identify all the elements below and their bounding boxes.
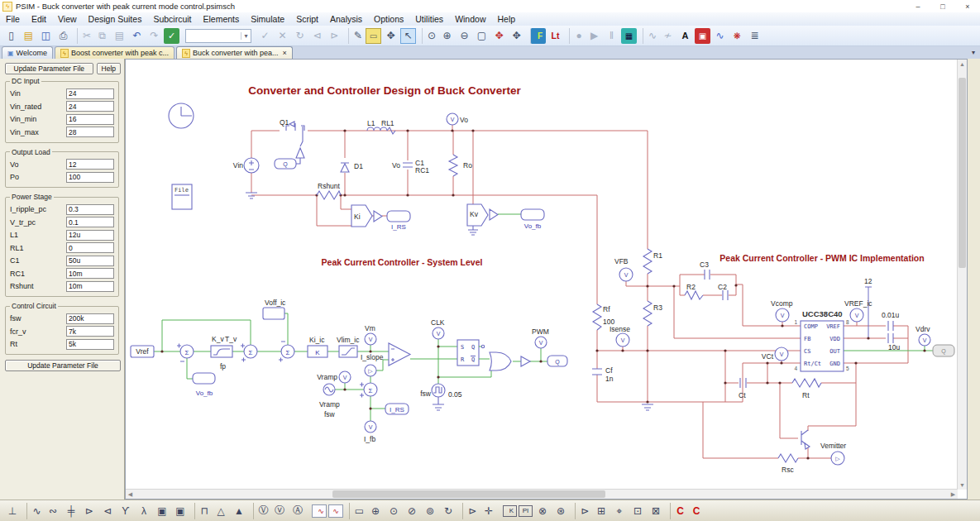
diode-icon[interactable]: ⊳ xyxy=(81,503,98,519)
discharge-bjt[interactable] xyxy=(801,430,810,449)
vfb-probe[interactable]: V VFB xyxy=(614,257,633,281)
power-stage-wires[interactable] xyxy=(251,125,648,304)
zoom-in-icon[interactable]: ⊕ xyxy=(439,28,455,44)
vref-label-box[interactable]: Vref xyxy=(131,346,154,357)
param-vin-min-input[interactable] xyxy=(66,114,114,125)
param-vin-max-input[interactable] xyxy=(66,127,114,137)
param-c1-input[interactable] xyxy=(66,256,114,266)
canvas-vertical-scrollbar[interactable]: ▲ ▼ xyxy=(957,60,967,490)
current-probe-icon[interactable]: Ⓐ xyxy=(289,503,306,519)
zener-icon[interactable]: ⊲ xyxy=(99,503,116,519)
pwm-probe[interactable]: V PWM xyxy=(532,327,549,348)
ltspice-icon[interactable]: Lt xyxy=(547,28,563,44)
toolbar-combobox[interactable]: ▾ xyxy=(185,29,251,43)
clock-element[interactable] xyxy=(169,103,194,128)
or-gate[interactable] xyxy=(490,352,511,370)
r1-resistor[interactable]: R1 xyxy=(643,249,662,274)
menu-file[interactable]: File xyxy=(0,12,26,26)
close-button[interactable]: × xyxy=(955,2,980,11)
open-file-icon[interactable]: ▤ xyxy=(21,28,36,44)
cut-icon[interactable]: ✂ xyxy=(77,28,93,44)
vo-voltage-probe[interactable]: V Vo xyxy=(447,113,468,125)
comparator-icon[interactable]: ⊳ xyxy=(575,503,591,519)
grab-icon[interactable]: ✥ xyxy=(509,28,524,44)
copy-icon[interactable]: ⧉ xyxy=(94,28,110,44)
voltage-probe2-icon[interactable]: ⓥ xyxy=(271,503,288,519)
gain-block-icon[interactable]: K xyxy=(503,505,517,517)
mosfet-icon[interactable]: ▣ xyxy=(172,503,189,519)
param-fsw-input[interactable] xyxy=(66,313,114,324)
new-file-icon[interactable]: ▯ xyxy=(3,28,19,44)
param-rshunt-input[interactable] xyxy=(66,281,114,292)
flip-lr-icon[interactable]: ⊲ xyxy=(309,28,325,44)
ki-ic-gain-block[interactable]: K Ki_ic xyxy=(308,336,327,357)
param-vin-rated-input[interactable] xyxy=(66,101,114,112)
c1-capacitor[interactable]: Vo C1 RC1 xyxy=(392,159,429,174)
capacitor-icon[interactable]: ╪ xyxy=(63,503,79,519)
l1-inductor[interactable]: L1 RL1 xyxy=(367,119,395,134)
pi-block-icon[interactable]: PI xyxy=(519,505,533,517)
redo-icon[interactable]: ↷ xyxy=(146,28,162,44)
inductor-icon[interactable]: ∾ xyxy=(45,503,61,519)
i-rs-sys-box[interactable]: I_RS xyxy=(385,404,409,414)
current-sensor-icon[interactable]: ⊠ xyxy=(648,503,664,519)
pwm-ic-wires[interactable] xyxy=(595,274,933,460)
scroll-right-icon[interactable]: ▶ xyxy=(949,490,958,499)
voff-ic-box[interactable]: Voff_ic xyxy=(263,299,286,319)
fsw-clock-source[interactable]: fsw 0.05 xyxy=(420,384,462,410)
text-tool-icon[interactable]: A xyxy=(677,28,693,44)
bypass-cap-10u[interactable]: 10u xyxy=(888,333,900,351)
update-parameter-file-button-bottom[interactable]: Update Parameter File xyxy=(5,360,121,371)
dc-source-icon[interactable]: ⊕ xyxy=(367,503,384,519)
q1-mosfet[interactable]: Q1 xyxy=(280,118,304,146)
menu-design-suites[interactable]: Design Suites xyxy=(83,12,148,26)
opamp-up-icon[interactable]: △ xyxy=(213,503,229,519)
opamp-right-icon[interactable]: ⊳ xyxy=(462,503,479,519)
pulse-block-icon[interactable]: ⊓ xyxy=(194,503,211,519)
gate-driver[interactable]: Q xyxy=(275,148,304,169)
run-script-icon[interactable]: ✓ xyxy=(164,28,179,44)
pause-icon[interactable]: ‖ xyxy=(604,28,619,44)
vo-fb-feedback-box[interactable]: Vo_fb xyxy=(193,373,215,397)
minimize-button[interactable]: – xyxy=(906,2,930,11)
horizontal-scroll-thumb[interactable] xyxy=(332,490,605,498)
param-i-ripple-input[interactable] xyxy=(66,204,114,215)
scroll-left-icon[interactable]: ◀ xyxy=(126,490,135,499)
vdrv-probe[interactable]: V Vdrv xyxy=(915,325,930,346)
param-rl1-input[interactable] xyxy=(66,242,114,253)
flip-tb-icon[interactable]: ⊳ xyxy=(327,28,342,44)
apply-icon[interactable]: ✓ xyxy=(257,28,273,44)
scroll-up-icon[interactable]: ▲ xyxy=(958,60,967,69)
menu-simulate[interactable]: Simulate xyxy=(245,12,290,26)
cf-capacitor[interactable]: Cf 1n xyxy=(592,366,614,383)
save-icon[interactable]: ◫ xyxy=(38,28,54,44)
bypass-cap-001u[interactable]: 0.01u xyxy=(882,311,900,331)
node-probe-icon[interactable]: ✛ xyxy=(480,503,497,519)
select-cursor-icon[interactable]: ↖ xyxy=(400,28,416,44)
voltmeter-icon[interactable]: ∿ xyxy=(312,504,327,518)
resistor-icon[interactable]: ∿ xyxy=(26,503,43,519)
runtime-graph-icon[interactable]: ▣ xyxy=(695,28,710,44)
param-rt-input[interactable] xyxy=(66,339,114,350)
simview-icon[interactable]: ▦ xyxy=(621,28,637,44)
r3-resistor[interactable]: R3 xyxy=(643,301,662,326)
c-script2-icon[interactable]: C xyxy=(688,503,705,519)
ammeter-icon[interactable]: ∿ xyxy=(328,504,343,518)
limiter-icon[interactable]: ⊞ xyxy=(593,503,610,519)
i-fb-probe[interactable]: V I_fb xyxy=(364,421,376,443)
combobox-dropdown-icon[interactable]: ▾ xyxy=(241,32,251,40)
vcomp-probe[interactable]: V Vcomp xyxy=(771,299,793,322)
vramp-source[interactable]: Vramp fsw xyxy=(319,384,340,418)
scroll-down-icon[interactable]: ▼ xyxy=(958,480,967,490)
menu-options[interactable]: Options xyxy=(368,12,409,26)
voltage-sensor-icon[interactable]: ⊡ xyxy=(629,503,646,519)
vramp-probe[interactable]: V Vramp xyxy=(317,371,351,383)
menu-help[interactable]: Help xyxy=(491,12,521,26)
sum-junction-3[interactable]: Σ xyxy=(279,342,294,362)
print-icon[interactable]: ⎙ xyxy=(55,28,71,44)
output-buffer[interactable] xyxy=(521,356,530,366)
opamp-up2-icon[interactable]: ▲ xyxy=(231,503,247,519)
pan-hand-icon[interactable]: ✥ xyxy=(383,28,399,44)
pnp-transistor-icon[interactable]: λ xyxy=(136,503,152,519)
menu-view[interactable]: View xyxy=(52,12,83,26)
